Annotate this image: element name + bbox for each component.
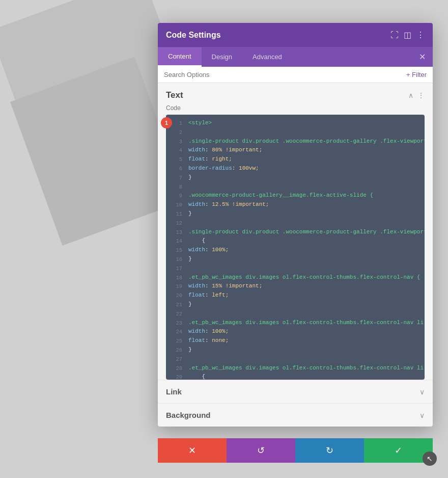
background-section-title: Background — [166, 411, 211, 419]
code-line: 10width: 12.5% !important; — [166, 200, 425, 209]
text-section-title: Text — [166, 90, 183, 100]
code-line: 2 — [166, 128, 425, 137]
code-line: 25float: none; — [166, 336, 425, 346]
code-line: 3.single-product div.product .woocommerc… — [166, 137, 425, 146]
code-line: 16} — [166, 255, 425, 264]
notification-badge: 1 — [161, 117, 172, 128]
modal-title: Code Settings — [166, 31, 221, 40]
link-section-title: Link — [166, 387, 182, 396]
section-more-icon[interactable]: ⋮ — [417, 91, 425, 99]
code-line: 14 { — [166, 236, 425, 246]
background-section[interactable]: Background ∨ — [158, 403, 433, 427]
code-line: 29 { — [166, 373, 425, 380]
code-line: 6border-radius: 100vw; — [166, 164, 425, 173]
code-editor[interactable]: 1<style>2 3.single-product div.product .… — [166, 115, 425, 380]
code-line: 19width: 15% !important; — [166, 282, 425, 291]
tab-bar: Content Design Advanced ✕ — [158, 47, 433, 67]
more-options-icon[interactable]: ⋮ — [416, 30, 425, 40]
code-line: 7} — [166, 173, 425, 182]
bottom-toolbar: ✕ ↺ ↻ ✓ — [158, 438, 433, 463]
tab-advanced[interactable]: Advanced — [242, 48, 292, 66]
code-line: 13.single-product div.product .woocommer… — [166, 228, 425, 237]
background-chevron-icon: ∨ — [419, 411, 425, 419]
expand-icon[interactable]: ⛶ — [390, 31, 399, 40]
code-editor-wrapper: 1<style>2 3.single-product div.product .… — [158, 115, 433, 380]
code-line: 22 — [166, 309, 425, 318]
tab-content[interactable]: Content — [158, 47, 202, 67]
code-field-label: Code — [158, 104, 433, 115]
drag-handle-icon[interactable]: ↖ — [423, 452, 437, 466]
code-line: 18.et_pb_wc_images div.images ol.flex-co… — [166, 273, 425, 282]
text-section-header: Text ∧ ⋮ — [158, 83, 433, 104]
cancel-button[interactable]: ✕ — [158, 438, 227, 463]
modal-close-button[interactable]: ✕ — [412, 47, 433, 67]
code-settings-modal: Code Settings ⛶ ◫ ⋮ Content Design Advan… — [158, 23, 433, 427]
redo-button[interactable]: ↻ — [295, 438, 364, 463]
modal-header: Code Settings ⛶ ◫ ⋮ — [158, 23, 433, 47]
search-input[interactable] — [164, 71, 406, 78]
code-line: 5float: right; — [166, 155, 425, 164]
code-line: 23.et_pb_wc_images div.images ol.flex-co… — [166, 318, 425, 328]
background-decoration — [0, 0, 163, 255]
link-section[interactable]: Link ∨ — [158, 380, 433, 403]
code-line: 24width: 100%; — [166, 327, 425, 336]
code-line: 12 — [166, 219, 425, 228]
code-line: 17 — [166, 264, 425, 273]
code-line: 1<style> — [166, 119, 425, 128]
undo-button[interactable]: ↺ — [227, 438, 295, 463]
filter-button[interactable]: + Filter — [406, 71, 427, 78]
columns-icon[interactable]: ◫ — [404, 30, 411, 40]
code-line: 4width: 80% !important; — [166, 146, 425, 155]
code-line: 15width: 100%; — [166, 246, 425, 255]
section-actions: ∧ ⋮ — [408, 91, 425, 99]
code-line: 21} — [166, 300, 425, 309]
code-line: 28.et_pb_wc_images div.images ol.flex-co… — [166, 364, 425, 373]
code-line: 8 — [166, 182, 425, 192]
code-line: 20float: left; — [166, 291, 425, 300]
code-line: 26} — [166, 346, 425, 355]
code-line: 27 — [166, 355, 425, 364]
tab-design[interactable]: Design — [202, 48, 242, 66]
link-chevron-icon: ∨ — [419, 388, 425, 396]
search-bar: + Filter — [158, 67, 433, 83]
code-content-area[interactable]: 1<style>2 3.single-product div.product .… — [166, 115, 425, 380]
header-actions: ⛶ ◫ ⋮ — [390, 30, 425, 40]
code-line: 11} — [166, 209, 425, 219]
code-line: 9.woocommerce-product-gallery__image.fle… — [166, 191, 425, 200]
collapse-icon[interactable]: ∧ — [408, 91, 413, 99]
